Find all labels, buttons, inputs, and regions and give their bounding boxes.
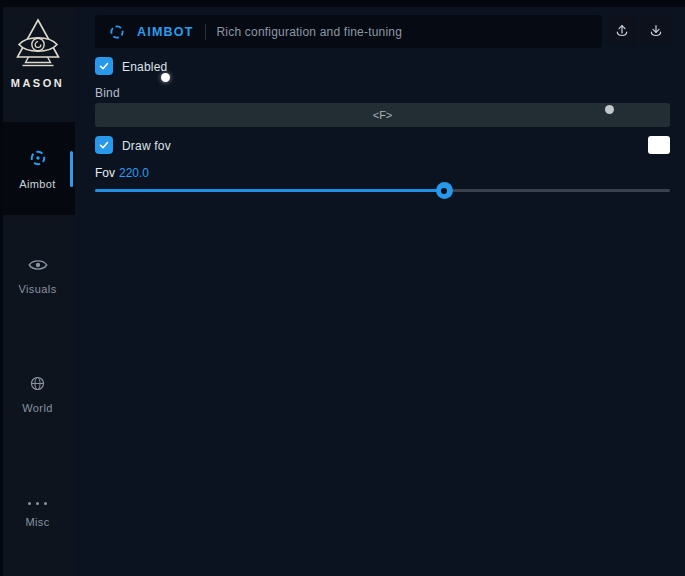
fov-color-swatch[interactable]	[648, 136, 670, 154]
bind-key-input[interactable]: <F>	[95, 103, 670, 127]
brand-logo: MASON	[0, 18, 75, 89]
upload-icon	[614, 23, 630, 39]
eye-icon	[28, 257, 48, 277]
sidebar-item-visuals[interactable]: Visuals	[0, 254, 75, 298]
sidebar-item-label: Visuals	[18, 283, 56, 295]
sidebar-item-label: Aimbot	[19, 178, 56, 190]
slider-fill	[95, 189, 444, 192]
active-tab-indicator	[70, 151, 73, 187]
small-gray-dot	[605, 105, 614, 114]
page-subtitle: Rich configuration and fine-tuning	[217, 25, 403, 39]
sidebar-item-aimbot[interactable]: Aimbot	[0, 122, 75, 215]
check-icon	[98, 139, 110, 151]
illuminati-eye-logo-icon	[15, 18, 61, 70]
sidebar: MASON Aimbot Visuals	[0, 0, 75, 576]
draw-fov-label: Draw fov	[122, 139, 171, 153]
slider-thumb[interactable]	[436, 182, 453, 199]
sidebar-item-misc[interactable]: Misc	[0, 490, 75, 534]
fov-slider[interactable]	[95, 182, 670, 199]
draw-fov-checkbox[interactable]	[95, 136, 113, 154]
header-divider	[205, 24, 206, 40]
sidebar-item-world[interactable]: World	[0, 372, 75, 416]
crosshair-icon	[28, 148, 48, 172]
sidebar-item-label: World	[22, 402, 53, 414]
mouse-cursor-dot	[161, 73, 170, 82]
bind-label: Bind	[95, 86, 120, 100]
fov-value-row: Fov220.0	[95, 166, 149, 180]
enabled-label: Enabled	[122, 60, 167, 74]
bind-key-value: <F>	[373, 109, 393, 121]
check-icon	[98, 60, 110, 72]
download-icon	[648, 23, 664, 39]
ellipsis-icon	[28, 496, 47, 510]
fov-label: Fov	[95, 166, 115, 180]
window-left-border	[0, 0, 3, 576]
export-config-button[interactable]	[607, 16, 637, 46]
app-window: MASON Aimbot Visuals	[0, 0, 685, 576]
sidebar-item-label: Misc	[25, 516, 49, 528]
enabled-checkbox[interactable]	[95, 57, 113, 75]
fov-value: 220.0	[119, 166, 149, 180]
window-top-border	[0, 0, 685, 7]
crosshair-icon	[108, 23, 126, 41]
page-title: AIMBOT	[137, 25, 194, 39]
page-header: AIMBOT Rich configuration and fine-tunin…	[95, 15, 602, 48]
brand-name: MASON	[0, 77, 75, 89]
import-config-button[interactable]	[641, 16, 671, 46]
globe-icon	[29, 375, 46, 396]
